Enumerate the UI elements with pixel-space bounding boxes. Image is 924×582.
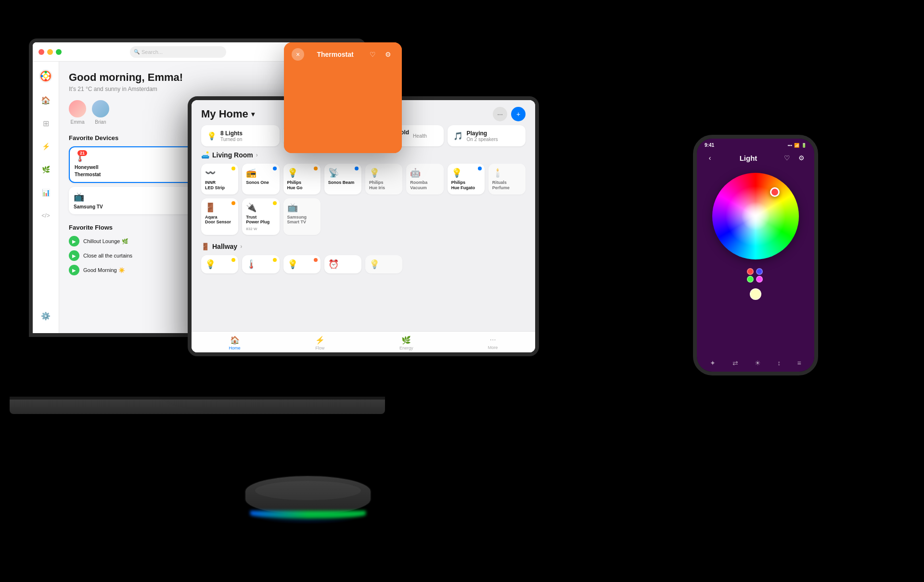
living-room-chevron[interactable]: › xyxy=(256,152,258,158)
device-roomba[interactable]: 🤖 Roomba Vacuum xyxy=(406,164,443,194)
phone-container: 9:41 ▪▪▪ 📶 🔋 ‹ Light ♡ ⚙ xyxy=(693,135,818,375)
sidebar-dev-icon[interactable]: </> xyxy=(38,208,53,223)
hallway-icon: 🚪 xyxy=(201,243,209,250)
sidebar-energy-icon[interactable]: 🌿 xyxy=(38,162,53,177)
flow-morning-play[interactable]: ▶ xyxy=(69,265,79,275)
hallway-device-2[interactable]: 🌡️ xyxy=(242,255,279,273)
flow-curtains-play[interactable]: ▶ xyxy=(69,250,79,261)
device-hue-go[interactable]: 💡 PhilipsHue Go xyxy=(283,164,321,194)
bottom-nav-flow[interactable]: ⚡ Flow xyxy=(315,336,325,350)
bottom-nav-energy[interactable]: 🌿 Energy xyxy=(399,336,413,350)
stat-music[interactable]: 🎵 Playing On 2 speakers xyxy=(448,125,526,146)
bottom-nav-home[interactable]: 🏠 Home xyxy=(229,336,241,350)
color-dot-green xyxy=(747,276,754,283)
tablet-more-button[interactable]: ··· xyxy=(493,107,507,121)
lights-icon: 💡 xyxy=(207,131,217,141)
phone-effects-icon[interactable]: ✦ xyxy=(710,359,716,367)
minimize-traffic-light[interactable] xyxy=(47,49,53,55)
phone-header: ‹ Light ♡ ⚙ xyxy=(697,150,814,168)
hallway-devices: 💡 🌡️ 💡 ⏰ 💡 xyxy=(201,255,526,273)
user-emma[interactable]: Emma xyxy=(69,100,86,125)
color-preset-multi[interactable] xyxy=(747,268,764,283)
device-hue-fugato-tablet[interactable]: 💡 PhilipsHue Fugato xyxy=(448,164,485,194)
close-traffic-light[interactable] xyxy=(38,49,44,55)
device-rituals[interactable]: 🕯️ RitualsPerfume xyxy=(488,164,526,194)
hallway-name: Hallway xyxy=(212,243,237,250)
wifi-icon: 📶 xyxy=(794,143,799,148)
hallway-device-5[interactable]: 💡 xyxy=(365,255,402,273)
flow-chillout-play[interactable]: ▶ xyxy=(69,236,79,246)
sidebar-flows-icon[interactable]: ⚡ xyxy=(38,139,53,154)
thermostat-name: Honeywell xyxy=(75,165,98,170)
hallway-device-3[interactable]: 💡 xyxy=(283,255,321,273)
samsung-tv-icon: 📺 xyxy=(74,192,84,202)
hub-top-reflection xyxy=(255,481,361,500)
device-aqara[interactable]: 🚪 AqaraDoor Sensor xyxy=(201,198,238,235)
device-sonos-one[interactable]: 📻 Sonos One xyxy=(242,164,279,194)
tablet-add-button[interactable]: + xyxy=(511,107,526,121)
hue-iris-icon: 💡 xyxy=(369,168,380,178)
innr-name: INNRLED Strip xyxy=(205,180,225,191)
color-dot-purple xyxy=(756,276,763,283)
device-hue-iris[interactable]: 💡 PhilipsHue Iris xyxy=(365,164,402,194)
bottom-energy-icon: 🌿 xyxy=(401,336,411,345)
thermostat-gear-button[interactable]: ⚙ xyxy=(382,48,394,61)
bottom-home-icon: 🏠 xyxy=(230,336,240,345)
thermostat-heart-button[interactable]: ♡ xyxy=(366,48,379,61)
phone-list-icon[interactable]: ≡ xyxy=(797,359,801,367)
hue-fugato-tablet-name: PhilipsHue Fugato xyxy=(451,180,475,191)
thermostat-header: × Thermostat ♡ ⚙ xyxy=(284,42,402,66)
aqara-name: AqaraDoor Sensor xyxy=(205,215,231,225)
innr-indicator xyxy=(231,167,235,170)
thermostat-close-button[interactable]: × xyxy=(292,48,304,61)
living-room-section: 🛋️ Living Room › 〰️ INNRLED Strip 📻 xyxy=(201,151,526,235)
hallway-device-4[interactable]: ⏰ xyxy=(324,255,361,273)
color-wheel-selector[interactable] xyxy=(770,187,780,197)
color-wheel[interactable] xyxy=(712,173,799,259)
sonos-one-icon: 📻 xyxy=(246,168,257,178)
hallway-device-1[interactable]: 💡 xyxy=(201,255,238,273)
maximize-traffic-light[interactable] xyxy=(56,49,62,55)
color-dot-warm-white[interactable] xyxy=(750,288,761,300)
phone-status-bar: 9:41 ▪▪▪ 📶 🔋 xyxy=(697,139,814,150)
phone-light-title: Light xyxy=(716,154,781,162)
tablet-scroll: 🛋️ Living Room › 〰️ INNRLED Strip 📻 xyxy=(192,151,535,331)
tablet-home-title: My Home ▾ xyxy=(201,108,255,120)
hallway-title: 🚪 Hallway › xyxy=(201,243,526,250)
user-brian[interactable]: Brian xyxy=(92,100,109,125)
sidebar-settings-icon[interactable]: ⚙️ xyxy=(38,308,53,323)
sidebar-grid-icon[interactable]: ⊞ xyxy=(38,116,53,131)
home-dropdown-icon[interactable]: ▾ xyxy=(251,110,255,118)
homey-logo-icon[interactable] xyxy=(37,67,54,85)
device-innr-led[interactable]: 〰️ INNRLED Strip xyxy=(201,164,238,194)
mac-search-bar[interactable]: 🔍 Search... xyxy=(130,46,226,58)
emma-avatar-img xyxy=(69,100,86,117)
hue-go-name: PhilipsHue Go xyxy=(287,180,303,191)
brian-avatar-img xyxy=(92,100,109,117)
bottom-nav-more[interactable]: ··· More xyxy=(488,336,498,350)
brian-label: Brian xyxy=(95,119,106,125)
sonos-beam-indicator xyxy=(355,167,359,170)
music-label: On 2 speakers xyxy=(467,137,498,142)
emma-label: Emma xyxy=(71,119,85,125)
phone-temp-icon[interactable]: ↕ xyxy=(777,359,781,367)
hallway-d1-indicator xyxy=(231,258,235,262)
stat-lights[interactable]: 💡 8 Lights Turned on xyxy=(201,125,280,146)
phone-heart-button[interactable]: ♡ xyxy=(781,152,793,164)
music-info: Playing On 2 speakers xyxy=(467,130,498,142)
phone-back-button[interactable]: ‹ xyxy=(704,152,716,164)
phone-brightness-icon[interactable]: ☀ xyxy=(755,359,761,367)
hallway-chevron[interactable]: › xyxy=(240,243,242,250)
device-samsung-smart-tv[interactable]: 📺 SamsungSmart TV xyxy=(283,198,321,235)
sidebar-charts-icon[interactable]: 📊 xyxy=(38,185,53,200)
sidebar-home-icon[interactable]: 🏠 xyxy=(38,92,53,108)
thermostat-name2: Thermostat xyxy=(75,172,101,177)
innr-icon: 〰️ xyxy=(205,168,216,178)
phone-gear-button[interactable]: ⚙ xyxy=(795,152,808,164)
living-room-icon: 🛋️ xyxy=(201,151,209,159)
trust-name: TrustPower Plug xyxy=(246,215,270,225)
phone-sync-icon[interactable]: ⇄ xyxy=(732,359,738,367)
device-sonos-beam[interactable]: 📡 Sonos Beam xyxy=(324,164,361,194)
tablet-header-right: ··· + xyxy=(493,107,526,121)
device-trust-plug[interactable]: 🔌 TrustPower Plug 832 W xyxy=(242,198,279,235)
